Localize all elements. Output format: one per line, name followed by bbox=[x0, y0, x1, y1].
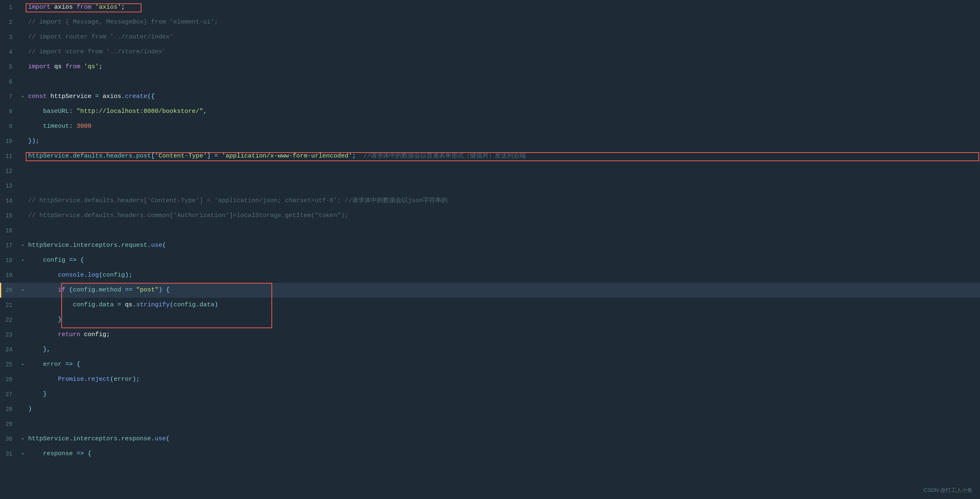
code-line-11: 11 httpService.defaults.headers.post['Co… bbox=[0, 149, 980, 164]
line-number-14: 14 bbox=[0, 193, 19, 208]
line-number-19: 19 bbox=[0, 268, 19, 283]
line-content-21: config.data = qs.stringify(config.data) bbox=[26, 298, 980, 313]
code-line-6: 6 bbox=[0, 74, 980, 89]
watermark-text: CSDN @打工人小鱼 bbox=[923, 487, 973, 493]
line-content-25: error => { bbox=[26, 357, 980, 372]
line-content-13 bbox=[26, 179, 980, 193]
line-content-3: // import router from '../router/index' bbox=[26, 30, 980, 45]
code-line-31: 31 ▾ response => { bbox=[0, 446, 980, 461]
line-content-26: Promise.reject(error); bbox=[26, 372, 980, 387]
line-number-25: 25 bbox=[0, 357, 19, 372]
line-content-22: } bbox=[26, 313, 980, 327]
line-number-21: 21 bbox=[0, 298, 19, 313]
line-content-10: }); bbox=[26, 134, 980, 149]
line-number-10: 10 bbox=[0, 134, 19, 149]
line-number-3: 3 bbox=[0, 30, 19, 45]
line-content-19: console.log(config); bbox=[26, 268, 980, 283]
code-line-13: 13 bbox=[0, 179, 980, 193]
line-content-15: // httpService.defaults.headers.common['… bbox=[26, 208, 980, 223]
code-line-14: 14 // httpService.defaults.headers['Cont… bbox=[0, 193, 980, 208]
code-line-10: 10 }); bbox=[0, 134, 980, 149]
line-number-30: 30 bbox=[0, 432, 19, 446]
code-line-28: 28 ) bbox=[0, 402, 980, 417]
code-line-25: 25 ▾ error => { bbox=[0, 357, 980, 372]
line-content-4: // import store from '../store/index' bbox=[26, 45, 980, 60]
line-content-17: httpService.interceptors.request.use( bbox=[26, 238, 980, 253]
line-content-6 bbox=[26, 74, 980, 89]
line-number-26: 26 bbox=[0, 372, 19, 387]
line-content-24: }, bbox=[26, 342, 980, 357]
code-line-29: 29 bbox=[0, 417, 980, 432]
fold-25[interactable]: ▾ bbox=[19, 357, 26, 372]
line-number-7: 7 bbox=[0, 89, 19, 104]
fold-7[interactable]: ▾ bbox=[19, 89, 26, 104]
line-content-2: // import { Message, MessageBox} from 'e… bbox=[26, 15, 980, 30]
code-line-15: 15 // httpService.defaults.headers.commo… bbox=[0, 208, 980, 223]
line-number-5: 5 bbox=[0, 60, 19, 74]
line-number-20: 20 bbox=[0, 283, 19, 298]
code-line-23: 23 return config; bbox=[0, 327, 980, 342]
code-line-26: 26 Promise.reject(error); bbox=[0, 372, 980, 387]
line-number-15: 15 bbox=[0, 208, 19, 223]
code-editor: 1 import axios from 'axios'; 2 // import… bbox=[0, 0, 980, 499]
code-line-20: 20 ▾ if (config.method == "post") { bbox=[0, 283, 980, 298]
line-number-2: 2 bbox=[0, 15, 19, 30]
code-line-22: 22 } bbox=[0, 313, 980, 327]
line-content-20: if (config.method == "post") { bbox=[26, 283, 980, 298]
line-number-23: 23 bbox=[0, 327, 19, 342]
fold-18[interactable]: ▾ bbox=[19, 253, 26, 268]
line-content-11: httpService.defaults.headers.post['Conte… bbox=[26, 149, 980, 164]
line-content-12 bbox=[26, 164, 980, 179]
line-number-9: 9 bbox=[0, 119, 19, 134]
line-content-28: ) bbox=[26, 402, 980, 417]
line-content-27: } bbox=[26, 387, 980, 402]
line-content-31: response => { bbox=[26, 446, 980, 461]
code-line-16: 16 bbox=[0, 223, 980, 238]
line-number-22: 22 bbox=[0, 313, 19, 327]
line-number-13: 13 bbox=[0, 179, 19, 193]
line-content-16 bbox=[26, 223, 980, 238]
line-number-1: 1 bbox=[0, 0, 19, 15]
line-content-8: baseURL: "http://localhost:8080/bookstor… bbox=[26, 104, 980, 119]
code-line-24: 24 }, bbox=[0, 342, 980, 357]
line-number-27: 27 bbox=[0, 387, 19, 402]
line-number-6: 6 bbox=[0, 74, 19, 89]
line-number-18: 18 bbox=[0, 253, 19, 268]
yellow-border-20 bbox=[0, 283, 1, 298]
code-line-8: 8 baseURL: "http://localhost:8080/bookst… bbox=[0, 104, 980, 119]
line-number-8: 8 bbox=[0, 104, 19, 119]
fold-20[interactable]: ▾ bbox=[19, 283, 26, 298]
code-line-4: 4 // import store from '../store/index' bbox=[0, 45, 980, 60]
code-line-21: 21 config.data = qs.stringify(config.dat… bbox=[0, 298, 980, 313]
line-content-14: // httpService.defaults.headers['Content… bbox=[26, 193, 980, 208]
fold-31[interactable]: ▾ bbox=[19, 446, 26, 461]
line-content-9: timeout: 3000 bbox=[26, 119, 980, 134]
line-content-5: import qs from 'qs'; bbox=[26, 60, 980, 74]
code-line-27: 27 } bbox=[0, 387, 980, 402]
code-line-17: 17 ▾ httpService.interceptors.request.us… bbox=[0, 238, 980, 253]
line-number-12: 12 bbox=[0, 164, 19, 179]
code-line-1: 1 import axios from 'axios'; bbox=[0, 0, 980, 15]
fold-17[interactable]: ▾ bbox=[19, 238, 26, 253]
line-number-17: 17 bbox=[0, 238, 19, 253]
code-line-3: 3 // import router from '../router/index… bbox=[0, 30, 980, 45]
line-content-23: return config; bbox=[26, 327, 980, 342]
code-line-30: 30 ▾ httpService.interceptors.response.u… bbox=[0, 432, 980, 446]
code-line-7: 7 ▾ const httpService = axios.create({ bbox=[0, 89, 980, 104]
line-content-1: import axios from 'axios'; bbox=[26, 0, 980, 15]
watermark: CSDN @打工人小鱼 bbox=[923, 487, 973, 494]
line-content-18: config => { bbox=[26, 253, 980, 268]
line-number-29: 29 bbox=[0, 417, 19, 432]
line-number-31: 31 bbox=[0, 446, 19, 461]
line-number-4: 4 bbox=[0, 45, 19, 60]
line-number-28: 28 bbox=[0, 402, 19, 417]
code-line-2: 2 // import { Message, MessageBox} from … bbox=[0, 15, 980, 30]
code-line-5: 5 import qs from 'qs'; bbox=[0, 60, 980, 74]
fold-30[interactable]: ▾ bbox=[19, 432, 26, 446]
code-line-12: 12 bbox=[0, 164, 980, 179]
code-line-19: 19 console.log(config); bbox=[0, 268, 980, 283]
code-line-9: 9 timeout: 3000 bbox=[0, 119, 980, 134]
line-number-11: 11 bbox=[0, 149, 19, 164]
line-number-16: 16 bbox=[0, 223, 19, 238]
code-line-18: 18 ▾ config => { bbox=[0, 253, 980, 268]
